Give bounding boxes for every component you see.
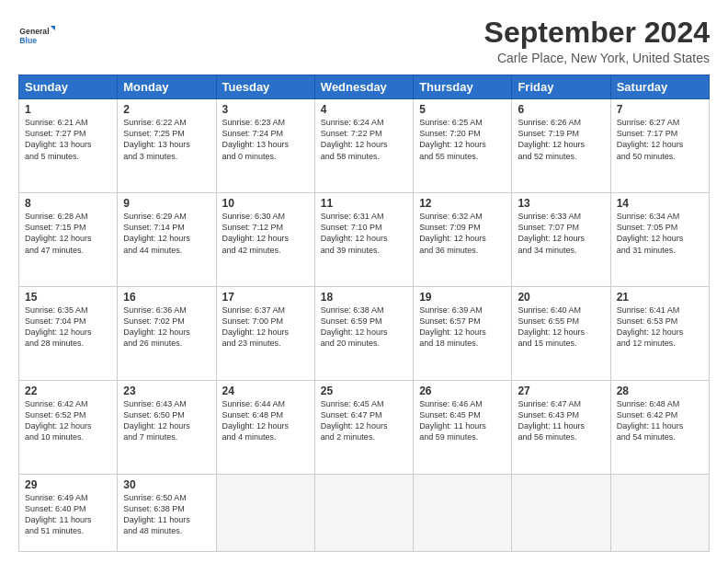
day-number: 9 [123, 197, 210, 210]
day-cell: 21Sunrise: 6:41 AM Sunset: 6:53 PM Dayli… [610, 287, 709, 381]
day-cell: 29Sunrise: 6:49 AM Sunset: 6:40 PM Dayli… [19, 474, 118, 551]
subtitle: Carle Place, New York, United States [484, 51, 710, 65]
day-number: 23 [123, 385, 210, 397]
day-info: Sunrise: 6:48 AM Sunset: 6:42 PM Dayligh… [617, 398, 703, 443]
day-info: Sunrise: 6:37 AM Sunset: 7:00 PM Dayligh… [222, 304, 309, 350]
day-cell: 13Sunrise: 6:33 AM Sunset: 7:07 PM Dayli… [512, 193, 610, 287]
day-number: 21 [617, 291, 703, 304]
day-cell: 28Sunrise: 6:48 AM Sunset: 6:42 PM Dayli… [610, 381, 709, 475]
col-header-tuesday: Tuesday [216, 75, 314, 99]
day-cell: 15Sunrise: 6:35 AM Sunset: 7:04 PM Dayli… [19, 287, 118, 381]
day-number: 18 [321, 291, 407, 304]
calendar-header: SundayMondayTuesdayWednesdayThursdayFrid… [19, 75, 710, 99]
title-block: September 2024 Carle Place, New York, Un… [484, 17, 710, 65]
day-info: Sunrise: 6:40 AM Sunset: 6:55 PM Dayligh… [518, 304, 604, 350]
day-cell: 26Sunrise: 6:46 AM Sunset: 6:45 PM Dayli… [414, 381, 512, 475]
day-number: 1 [25, 103, 111, 116]
day-info: Sunrise: 6:24 AM Sunset: 7:22 PM Dayligh… [321, 117, 407, 162]
day-cell: 12Sunrise: 6:32 AM Sunset: 7:09 PM Dayli… [414, 193, 512, 287]
day-info: Sunrise: 6:43 AM Sunset: 6:50 PM Dayligh… [123, 398, 210, 443]
day-info: Sunrise: 6:28 AM Sunset: 7:15 PM Dayligh… [25, 211, 111, 256]
day-number: 27 [518, 385, 604, 397]
day-cell: 30Sunrise: 6:50 AM Sunset: 6:38 PM Dayli… [118, 474, 216, 551]
main-title: September 2024 [484, 17, 710, 49]
day-number: 12 [419, 197, 506, 210]
day-number: 28 [617, 385, 703, 397]
header: General Blue September 2024 Carle Place,… [18, 17, 710, 65]
day-cell: 5Sunrise: 6:25 AM Sunset: 7:20 PM Daylig… [414, 99, 512, 193]
day-info: Sunrise: 6:41 AM Sunset: 6:53 PM Dayligh… [617, 304, 703, 350]
day-number: 15 [25, 291, 111, 304]
day-number: 10 [222, 197, 309, 210]
col-header-thursday: Thursday [414, 75, 512, 99]
day-cell: 18Sunrise: 6:38 AM Sunset: 6:59 PM Dayli… [314, 287, 413, 381]
logo-svg: General Blue [18, 17, 55, 53]
day-cell: 22Sunrise: 6:42 AM Sunset: 6:52 PM Dayli… [19, 381, 118, 475]
day-number: 24 [222, 385, 309, 397]
day-cell: 6Sunrise: 6:26 AM Sunset: 7:19 PM Daylig… [512, 99, 610, 193]
day-info: Sunrise: 6:34 AM Sunset: 7:05 PM Dayligh… [617, 211, 703, 256]
day-number: 17 [222, 291, 309, 304]
day-cell: 2Sunrise: 6:22 AM Sunset: 7:25 PM Daylig… [118, 99, 216, 193]
week-row-5: 29Sunrise: 6:49 AM Sunset: 6:40 PM Dayli… [19, 474, 710, 551]
day-cell: 1Sunrise: 6:21 AM Sunset: 7:27 PM Daylig… [19, 99, 118, 193]
week-row-2: 8Sunrise: 6:28 AM Sunset: 7:15 PM Daylig… [19, 193, 710, 287]
calendar-table: SundayMondayTuesdayWednesdayThursdayFrid… [18, 75, 710, 552]
calendar-body: 1Sunrise: 6:21 AM Sunset: 7:27 PM Daylig… [19, 99, 710, 552]
day-number: 16 [123, 291, 210, 304]
svg-text:Blue: Blue [19, 36, 37, 45]
day-info: Sunrise: 6:31 AM Sunset: 7:10 PM Dayligh… [321, 211, 407, 256]
day-info: Sunrise: 6:38 AM Sunset: 6:59 PM Dayligh… [321, 304, 407, 350]
col-header-sunday: Sunday [19, 75, 118, 99]
day-info: Sunrise: 6:44 AM Sunset: 6:48 PM Dayligh… [222, 398, 309, 443]
day-info: Sunrise: 6:25 AM Sunset: 7:20 PM Dayligh… [419, 117, 506, 162]
week-row-3: 15Sunrise: 6:35 AM Sunset: 7:04 PM Dayli… [19, 287, 710, 381]
day-info: Sunrise: 6:47 AM Sunset: 6:43 PM Dayligh… [518, 398, 604, 443]
day-cell: 4Sunrise: 6:24 AM Sunset: 7:22 PM Daylig… [314, 99, 413, 193]
logo: General Blue [18, 17, 55, 53]
day-number: 20 [518, 291, 604, 304]
day-number: 25 [321, 385, 407, 397]
day-cell: 3Sunrise: 6:23 AM Sunset: 7:24 PM Daylig… [216, 99, 314, 193]
day-cell: 10Sunrise: 6:30 AM Sunset: 7:12 PM Dayli… [216, 193, 314, 287]
day-number: 19 [419, 291, 506, 304]
col-header-saturday: Saturday [610, 75, 709, 99]
day-info: Sunrise: 6:36 AM Sunset: 7:02 PM Dayligh… [123, 304, 210, 350]
day-info: Sunrise: 6:27 AM Sunset: 7:17 PM Dayligh… [617, 117, 703, 162]
day-cell: 17Sunrise: 6:37 AM Sunset: 7:00 PM Dayli… [216, 287, 314, 381]
day-number: 26 [419, 385, 506, 397]
day-info: Sunrise: 6:49 AM Sunset: 6:40 PM Dayligh… [25, 492, 111, 537]
day-info: Sunrise: 6:33 AM Sunset: 7:07 PM Dayligh… [518, 211, 604, 256]
day-cell: 16Sunrise: 6:36 AM Sunset: 7:02 PM Dayli… [118, 287, 216, 381]
day-cell: 14Sunrise: 6:34 AM Sunset: 7:05 PM Dayli… [610, 193, 709, 287]
day-info: Sunrise: 6:29 AM Sunset: 7:14 PM Dayligh… [123, 211, 210, 256]
day-cell: 8Sunrise: 6:28 AM Sunset: 7:15 PM Daylig… [19, 193, 118, 287]
col-header-friday: Friday [512, 75, 610, 99]
day-cell: 9Sunrise: 6:29 AM Sunset: 7:14 PM Daylig… [118, 193, 216, 287]
day-cell [512, 474, 610, 551]
day-cell: 19Sunrise: 6:39 AM Sunset: 6:57 PM Dayli… [414, 287, 512, 381]
page: General Blue September 2024 Carle Place,… [0, 0, 728, 563]
day-info: Sunrise: 6:22 AM Sunset: 7:25 PM Dayligh… [123, 117, 210, 162]
day-cell: 11Sunrise: 6:31 AM Sunset: 7:10 PM Dayli… [314, 193, 413, 287]
day-info: Sunrise: 6:46 AM Sunset: 6:45 PM Dayligh… [419, 398, 506, 443]
day-number: 14 [617, 197, 703, 210]
col-header-monday: Monday [118, 75, 216, 99]
day-cell: 23Sunrise: 6:43 AM Sunset: 6:50 PM Dayli… [118, 381, 216, 475]
day-cell [610, 474, 709, 551]
day-info: Sunrise: 6:50 AM Sunset: 6:38 PM Dayligh… [123, 492, 210, 537]
day-cell [414, 474, 512, 551]
day-number: 2 [123, 103, 210, 116]
day-cell: 24Sunrise: 6:44 AM Sunset: 6:48 PM Dayli… [216, 381, 314, 475]
col-header-wednesday: Wednesday [314, 75, 413, 99]
day-number: 6 [518, 103, 604, 116]
header-row: SundayMondayTuesdayWednesdayThursdayFrid… [19, 75, 710, 99]
day-cell: 25Sunrise: 6:45 AM Sunset: 6:47 PM Dayli… [314, 381, 413, 475]
day-info: Sunrise: 6:35 AM Sunset: 7:04 PM Dayligh… [25, 304, 111, 350]
svg-text:General: General [19, 27, 49, 36]
day-cell [216, 474, 314, 551]
day-cell: 7Sunrise: 6:27 AM Sunset: 7:17 PM Daylig… [610, 99, 709, 193]
week-row-4: 22Sunrise: 6:42 AM Sunset: 6:52 PM Dayli… [19, 381, 710, 475]
day-info: Sunrise: 6:23 AM Sunset: 7:24 PM Dayligh… [222, 117, 309, 162]
day-info: Sunrise: 6:32 AM Sunset: 7:09 PM Dayligh… [419, 211, 506, 256]
